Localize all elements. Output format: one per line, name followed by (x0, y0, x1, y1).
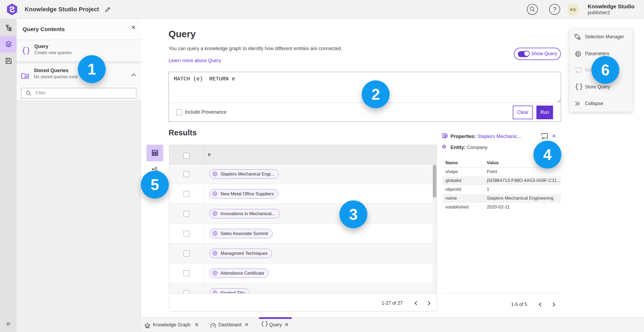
svg-text:?: ? (553, 6, 556, 13)
